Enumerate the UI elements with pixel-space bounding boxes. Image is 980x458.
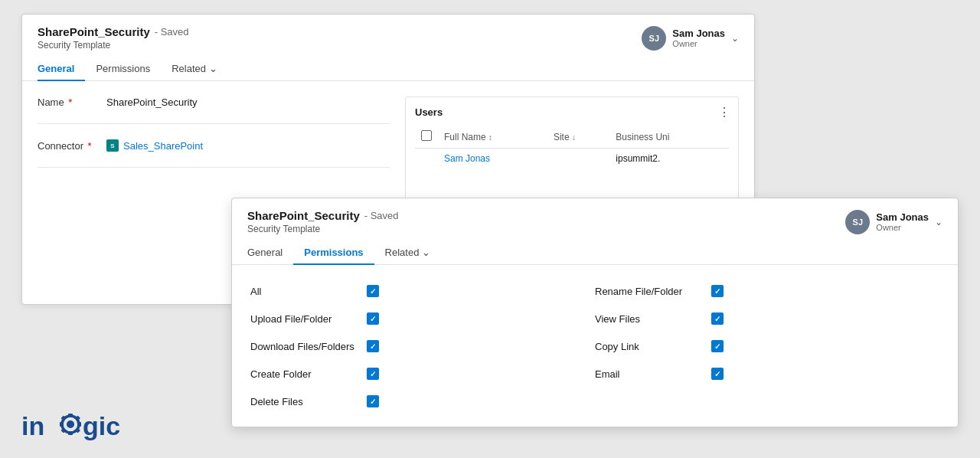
users-row-site xyxy=(547,149,609,169)
back-card-user-name: Sam Jonas xyxy=(672,28,725,39)
perm-copy-link-checkbox[interactable] xyxy=(711,340,724,352)
perm-download-label: Download Files/Folders xyxy=(250,341,358,352)
perm-upload-label: Upload File/Folder xyxy=(250,313,358,325)
back-card-title-row: SharePoint_Security - Saved xyxy=(38,25,189,38)
back-card-title-area: SharePoint_Security - Saved Security Tem… xyxy=(38,25,189,51)
svg-rect-4 xyxy=(68,431,73,435)
back-card-tabs: General Permissions Related ⌄ xyxy=(22,58,754,81)
front-card-header: SharePoint_Security - Saved Security Tem… xyxy=(232,198,958,237)
perm-row-delete: Delete Files xyxy=(250,388,595,415)
permissions-grid: All Upload File/Folder Download Files/Fo… xyxy=(250,277,939,415)
back-field-connector-value[interactable]: S Sales_SharePoint xyxy=(106,139,203,152)
users-table-row: Sam Jonas ipsummit2. xyxy=(415,149,729,169)
perm-email-label: Email xyxy=(595,368,702,380)
back-tab-related[interactable]: Related ⌄ xyxy=(161,58,228,80)
back-field-divider-2 xyxy=(38,167,390,168)
front-tab-related-chevron-icon: ⌄ xyxy=(422,247,430,258)
perm-row-upload: Upload File/Folder xyxy=(250,305,595,332)
back-tab-permissions[interactable]: Permissions xyxy=(85,58,161,80)
back-card-chevron-icon[interactable]: ⌄ xyxy=(731,33,739,44)
back-card-saved: - Saved xyxy=(155,26,189,38)
front-card-title: SharePoint_Security xyxy=(247,209,360,222)
back-tab-general[interactable]: General xyxy=(38,58,85,80)
front-card-user-details: Sam Jonas Owner xyxy=(876,211,929,232)
back-tab-related-chevron-icon: ⌄ xyxy=(209,63,217,74)
back-card-title: SharePoint_Security xyxy=(38,25,150,38)
users-col-fullname: Full Name ↕ xyxy=(438,126,547,149)
svg-rect-3 xyxy=(68,414,73,417)
inogic-logo-svg: in gic xyxy=(21,406,136,443)
users-row-name[interactable]: Sam Jonas xyxy=(438,149,547,169)
perm-rename-label: Rename File/Folder xyxy=(595,286,702,297)
back-users-title: Users xyxy=(415,106,729,118)
front-card-title-row: SharePoint_Security - Saved xyxy=(247,209,399,222)
fullname-sort-icon: ↕ xyxy=(488,133,492,142)
users-row-business-unit: ipsummit2. xyxy=(609,149,729,169)
perm-row-all: All xyxy=(250,277,595,305)
site-sort-icon: ↓ xyxy=(572,133,576,142)
perm-view-label: View Files xyxy=(595,313,702,325)
svg-text:gic: gic xyxy=(83,411,120,440)
perm-create-folder-checkbox[interactable] xyxy=(367,368,379,380)
inogic-logo: in gic xyxy=(21,406,136,443)
sharepoint-icon: S xyxy=(106,139,119,152)
perm-create-folder-label: Create Folder xyxy=(250,368,358,380)
front-tab-permissions[interactable]: Permissions xyxy=(293,242,374,264)
back-field-name-value: SharePoint_Security xyxy=(106,97,198,108)
perm-download-checkbox[interactable] xyxy=(367,340,379,352)
perm-email-checkbox[interactable] xyxy=(711,368,724,380)
perm-row-rename: Rename File/Folder xyxy=(595,277,939,305)
users-col-business-unit: Business Uni xyxy=(609,126,729,149)
perm-all-checkbox[interactable] xyxy=(367,285,379,297)
front-card-avatar: SJ xyxy=(845,210,870,234)
svg-rect-5 xyxy=(60,422,64,427)
perm-row-view: View Files xyxy=(595,305,939,332)
back-card-user-info: SJ Sam Jonas Owner ⌄ xyxy=(642,26,739,51)
back-field-connector-required: * xyxy=(88,140,92,152)
users-col-site: Site ↓ xyxy=(547,126,609,149)
svg-text:in: in xyxy=(21,411,44,440)
front-card: SharePoint_Security - Saved Security Tem… xyxy=(231,198,959,427)
permissions-left-col: All Upload File/Folder Download Files/Fo… xyxy=(250,277,595,415)
users-table: Full Name ↕ Site ↓ Business Uni Sam Jona… xyxy=(415,126,729,168)
perm-delete-checkbox[interactable] xyxy=(367,395,379,407)
back-field-name-row: Name * SharePoint_Security xyxy=(38,97,390,108)
front-tab-general[interactable]: General xyxy=(247,242,293,264)
perm-view-checkbox[interactable] xyxy=(711,312,724,325)
perm-upload-checkbox[interactable] xyxy=(367,312,379,325)
front-card-user-role: Owner xyxy=(876,223,929,232)
perm-all-label: All xyxy=(250,286,358,297)
back-card-avatar: SJ xyxy=(642,26,666,51)
perm-row-create-folder: Create Folder xyxy=(250,360,595,388)
perm-copy-link-label: Copy Link xyxy=(595,341,702,352)
back-card-user-details: Sam Jonas Owner xyxy=(672,28,725,48)
back-field-name-required: * xyxy=(68,97,72,108)
front-card-tabs: General Permissions Related ⌄ xyxy=(232,242,958,265)
back-card-user-role: Owner xyxy=(672,39,725,48)
users-select-all-checkbox[interactable] xyxy=(421,130,432,141)
users-table-header-row: Full Name ↕ Site ↓ Business Uni xyxy=(415,126,729,149)
front-card-chevron-icon[interactable]: ⌄ xyxy=(935,217,942,227)
back-card-header: SharePoint_Security - Saved Security Tem… xyxy=(22,15,754,54)
front-card-subtitle: Security Template xyxy=(247,224,399,234)
front-card-user-info: SJ Sam Jonas Owner ⌄ xyxy=(845,210,942,234)
permissions-body: All Upload File/Folder Download Files/Fo… xyxy=(232,265,958,427)
front-tab-related[interactable]: Related ⌄ xyxy=(374,242,442,264)
users-select-all-header xyxy=(415,126,438,149)
users-three-dots-icon[interactable]: ⋮ xyxy=(718,105,730,119)
back-card-subtitle: Security Template xyxy=(38,40,189,51)
front-card-saved: - Saved xyxy=(364,210,399,221)
users-row-checkbox-cell xyxy=(415,149,438,169)
back-field-name-label: Name * xyxy=(38,97,99,108)
permissions-right-col: Rename File/Folder View Files Copy Link … xyxy=(595,277,939,415)
front-card-title-area: SharePoint_Security - Saved Security Tem… xyxy=(247,209,399,234)
back-field-connector-row: Connector * S Sales_SharePoint xyxy=(38,139,390,152)
perm-row-email: Email xyxy=(595,360,939,388)
perm-rename-checkbox[interactable] xyxy=(711,285,724,297)
perm-delete-label: Delete Files xyxy=(250,396,358,407)
perm-row-download: Download Files/Folders xyxy=(250,332,595,360)
perm-row-copy-link: Copy Link xyxy=(595,332,939,360)
back-field-connector-label: Connector * xyxy=(38,140,99,152)
back-field-divider-1 xyxy=(38,123,390,124)
front-card-user-name: Sam Jonas xyxy=(876,211,929,223)
